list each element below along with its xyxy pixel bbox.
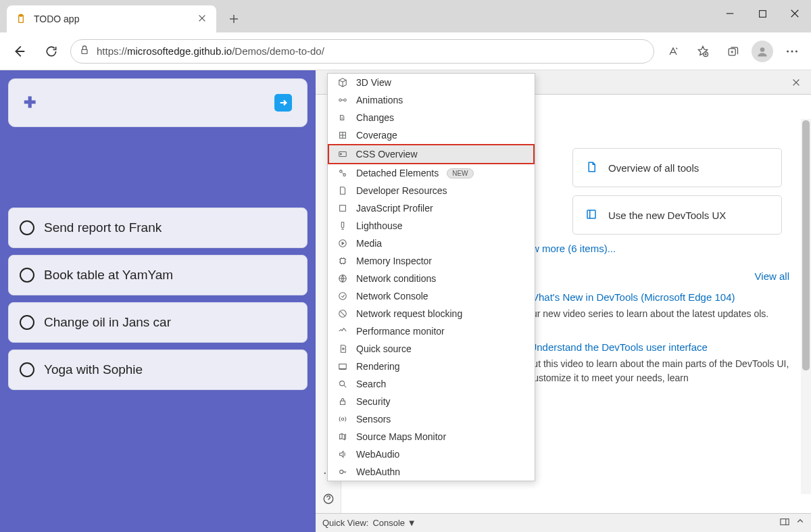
dock-icon[interactable]: [780, 517, 789, 529]
menu-item-security[interactable]: Security: [328, 393, 535, 410]
menu-item-label: Quick source: [356, 343, 412, 354]
rend-icon: [337, 361, 348, 372]
menu-item-label: Network request blocking: [356, 308, 462, 319]
tab-close-icon[interactable]: [197, 14, 208, 24]
svg-rect-23: [340, 205, 346, 212]
svg-point-17: [344, 99, 347, 101]
menu-item-css-overview[interactable]: CSS Overview: [328, 144, 535, 164]
read-aloud-icon[interactable]: [660, 38, 687, 65]
menu-item-3d-view[interactable]: 3D View: [328, 74, 535, 91]
menu-item-label: WebAuthn: [356, 466, 400, 477]
js-icon: [337, 203, 348, 214]
card-new-ux[interactable]: Use the new DevTools UX: [572, 195, 782, 235]
todo-checkbox[interactable]: [20, 268, 34, 283]
menu-item-label: Search: [356, 379, 386, 389]
menu-item-label: Network Console: [356, 291, 428, 301]
browser-tab[interactable]: TODO app: [7, 5, 216, 32]
menu-item-label: Rendering: [356, 361, 400, 372]
svg-point-10: [324, 473, 325, 474]
doc-icon: [337, 185, 348, 196]
menu-item-webaudio[interactable]: WebAudio: [328, 445, 535, 463]
console-dropdown[interactable]: Console ▼: [372, 518, 416, 528]
menu-item-network-console[interactable]: Network Console: [328, 287, 535, 305]
chevron-up-icon[interactable]: [796, 517, 804, 529]
menu-item-label: Security: [356, 396, 391, 407]
net-icon: [337, 273, 348, 284]
minimize-button[interactable]: [714, 0, 746, 27]
menu-item-label: JavaScript Profiler: [356, 203, 433, 214]
todo-item[interactable]: Send report to Frank: [8, 208, 308, 248]
cov-icon: [337, 130, 348, 141]
refresh-button[interactable]: [38, 38, 65, 65]
close-window-button[interactable]: [779, 0, 811, 27]
titlebar: TODO app: [0, 0, 811, 32]
svg-point-16: [339, 99, 342, 101]
scrollbar-thumb[interactable]: [802, 120, 810, 370]
back-button[interactable]: [5, 38, 32, 65]
collections-icon[interactable]: [719, 38, 746, 65]
svg-point-32: [341, 418, 344, 420]
menu-item-quick-source[interactable]: Quick source: [328, 340, 535, 358]
menu-item-label: Detached Elements: [356, 168, 439, 178]
submit-arrow-icon[interactable]: [274, 94, 292, 112]
svg-point-9: [795, 50, 797, 52]
article-whats-new-title[interactable]: Vhat's New in DevTools (Microsoft Edge 1…: [532, 291, 789, 303]
css-icon: [337, 149, 348, 160]
svg-rect-25: [341, 259, 345, 264]
new-tab-button[interactable]: [223, 8, 245, 30]
svg-point-22: [343, 174, 346, 176]
menu-item-network-conditions[interactable]: Network conditions: [328, 270, 535, 287]
search-icon: [337, 379, 348, 389]
light-icon: [337, 220, 348, 231]
menu-item-media[interactable]: Media: [328, 235, 535, 252]
svg-point-30: [340, 381, 345, 386]
add-todo-row[interactable]: ✚: [8, 78, 308, 127]
menu-item-detached-elements[interactable]: Detached ElementsNEW: [328, 164, 535, 182]
devtools-footer: Quick View: Console ▼: [316, 513, 811, 532]
menu-item-webauthn[interactable]: WebAuthn: [328, 463, 535, 481]
todo-checkbox[interactable]: [20, 362, 34, 377]
menu-item-label: Memory Inspector: [356, 256, 432, 266]
menu-item-source-maps-monitor[interactable]: Source Maps Monitor: [328, 428, 535, 445]
menu-item-sensors[interactable]: Sensors: [328, 410, 535, 428]
menu-item-animations[interactable]: Animations: [328, 91, 535, 109]
todo-item[interactable]: Yoga with Sophie: [8, 349, 308, 390]
menu-item-rendering[interactable]: Rendering: [328, 358, 535, 375]
article-whats-new-desc: ur new video series to learn about the l…: [532, 307, 789, 321]
menu-item-label: Developer Resources: [356, 185, 447, 196]
menu-item-lighthouse[interactable]: Lighthouse: [328, 217, 535, 235]
svg-point-27: [339, 293, 347, 300]
card-overview-tools[interactable]: Overview of all tools: [572, 148, 782, 187]
menu-item-performance-monitor[interactable]: Performance monitor: [328, 322, 535, 340]
menu-item-coverage[interactable]: Coverage: [328, 126, 535, 144]
maximize-button[interactable]: [746, 0, 779, 27]
todo-text: Book table at YamYam: [44, 268, 173, 283]
menu-item-memory-inspector[interactable]: Memory Inspector: [328, 252, 535, 270]
menu-item-javascript-profiler[interactable]: JavaScript Profiler: [328, 199, 535, 217]
svg-rect-31: [341, 401, 345, 404]
more-button[interactable]: [779, 38, 806, 65]
article-video-title[interactable]: Video: Understand the DevTools user inte…: [498, 341, 789, 353]
todo-checkbox[interactable]: [20, 315, 34, 330]
todo-item[interactable]: Book table at YamYam: [8, 255, 308, 295]
menu-item-label: Sensors: [356, 414, 391, 425]
scrollbar[interactable]: [801, 119, 811, 494]
url-field[interactable]: https://microsoftedge.github.io/Demos/de…: [70, 39, 654, 64]
todo-checkbox[interactable]: [20, 220, 34, 235]
menu-item-search[interactable]: Search: [328, 375, 535, 393]
new-badge: NEW: [447, 168, 473, 178]
todo-item[interactable]: Change oil in Jans car: [8, 302, 308, 343]
profile-button[interactable]: [749, 38, 776, 65]
help-button[interactable]: [320, 490, 337, 508]
show-more-link[interactable]: w more (6 items)...: [532, 243, 789, 254]
favorite-icon[interactable]: [689, 38, 716, 65]
avatar-icon: [752, 41, 773, 62]
menu-item-network-request-blocking[interactable]: Network request blocking: [328, 305, 535, 322]
svg-rect-2: [759, 10, 766, 17]
menu-item-changes[interactable]: Changes: [328, 109, 535, 126]
devtools-close-button[interactable]: [787, 73, 806, 92]
quick-view-label: Quick View:: [322, 518, 368, 528]
menu-item-label: 3D View: [356, 77, 391, 88]
menu-item-developer-resources[interactable]: Developer Resources: [328, 182, 535, 199]
todo-text: Send report to Frank: [44, 220, 162, 235]
